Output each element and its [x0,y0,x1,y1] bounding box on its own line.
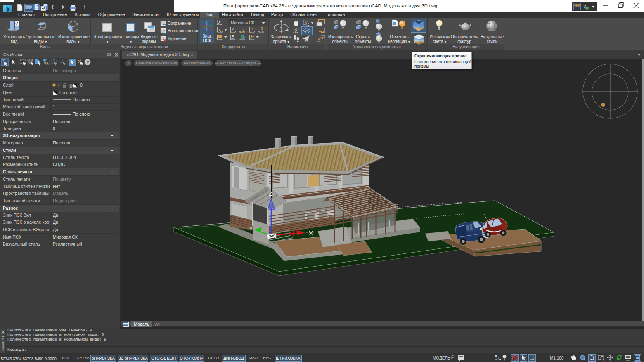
svg-text:z: z [251,27,253,31]
svg-text:X: X [309,230,313,237]
svg-text:3: 3 [261,27,263,31]
svg-text:Коман: Коман [1,341,5,351]
svg-text:Z: Z [269,190,272,197]
svg-text:?: ? [86,60,89,65]
svg-text:𝑝: 𝑝 [450,356,452,360]
svg-text:Y: Y [249,225,253,232]
